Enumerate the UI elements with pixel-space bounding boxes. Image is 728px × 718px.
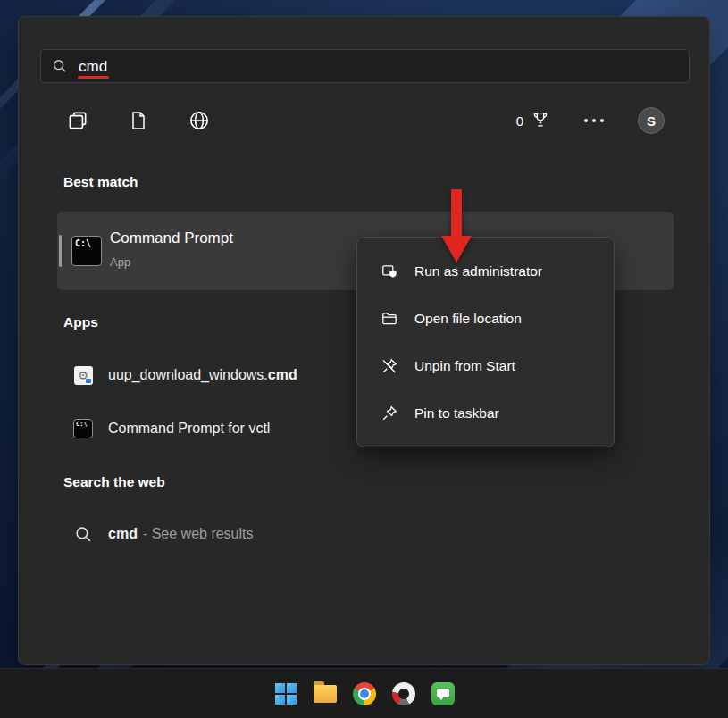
chat-app-icon xyxy=(431,682,455,705)
start-button[interactable] xyxy=(274,682,297,705)
web-header: Search the web xyxy=(63,474,165,490)
file-explorer-button[interactable] xyxy=(314,682,337,705)
app-result-label: Command Prompt for vctl xyxy=(108,421,270,437)
best-match-subtitle: App xyxy=(110,255,130,269)
chrome-icon xyxy=(353,682,376,705)
rewards-count: 0 xyxy=(516,113,523,129)
rewards-button[interactable]: 0 xyxy=(516,110,550,132)
avatar-letter: S xyxy=(647,113,656,129)
open-file-location-icon xyxy=(381,310,398,328)
pin-icon xyxy=(381,405,398,422)
rewards-icon xyxy=(531,110,550,132)
app-result-label: uup_download_windows.cmd xyxy=(108,367,297,383)
search-query-text[interactable]: cmd xyxy=(79,59,107,74)
more-options-icon[interactable] xyxy=(579,113,609,128)
desktop: cmd xyxy=(0,0,728,718)
start-icon xyxy=(275,683,297,705)
best-match-title: Command Prompt xyxy=(110,230,233,247)
chat-app-button[interactable] xyxy=(431,682,455,705)
best-match-header: Best match xyxy=(63,174,138,190)
search-icon xyxy=(72,523,94,545)
gauge-app-button[interactable] xyxy=(392,682,415,705)
filter-row: 0 S xyxy=(65,106,665,135)
search-input[interactable]: cmd xyxy=(40,49,690,83)
unpin-icon xyxy=(381,357,398,375)
context-menu: Run as administrator Open file location … xyxy=(356,237,615,447)
selection-indicator xyxy=(59,235,62,267)
command-prompt-icon: C:\ xyxy=(71,236,102,266)
menu-item-unpin-from-start[interactable]: Unpin from Start xyxy=(362,342,609,389)
menu-item-pin-to-taskbar[interactable]: Pin to taskbar xyxy=(362,389,609,437)
apps-filter-icon[interactable] xyxy=(65,108,90,133)
avatar[interactable]: S xyxy=(638,107,665,134)
search-icon xyxy=(52,58,68,74)
cmd-file-icon: ⚙ xyxy=(72,364,94,386)
menu-item-open-file-location[interactable]: Open file location xyxy=(362,295,609,342)
chrome-button[interactable] xyxy=(353,682,376,705)
menu-item-run-as-administrator[interactable]: Run as administrator xyxy=(362,247,609,295)
web-search-result[interactable]: cmd- See web results xyxy=(57,513,674,555)
taskbar xyxy=(0,668,728,718)
documents-filter-icon[interactable] xyxy=(126,108,151,133)
web-filter-icon[interactable] xyxy=(187,108,212,133)
apps-header: Apps xyxy=(63,314,98,330)
run-as-admin-icon xyxy=(381,263,398,280)
web-result-label: cmd- See web results xyxy=(108,526,254,542)
file-explorer-icon xyxy=(314,685,337,703)
gauge-app-icon xyxy=(392,682,415,705)
command-prompt-icon: C:\ xyxy=(72,418,94,439)
